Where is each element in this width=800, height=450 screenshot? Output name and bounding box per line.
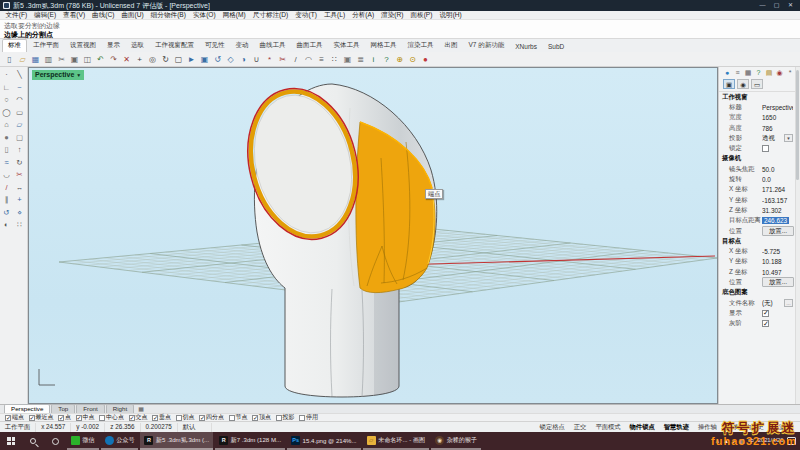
status-toggle[interactable]: 过滤器 xyxy=(768,423,796,432)
osnap-checkbox[interactable] xyxy=(5,415,11,421)
ribbon-tab[interactable]: V7 的新功能 xyxy=(464,40,510,52)
panel-row-value[interactable]: 171.264 xyxy=(762,186,793,193)
viewport-title-menu[interactable]: Perspective ▼ xyxy=(32,70,84,80)
menu-item[interactable]: 变动(T) xyxy=(292,11,321,20)
rotate-tool-icon[interactable]: ↺ xyxy=(0,207,13,220)
split-icon[interactable]: / xyxy=(289,53,302,66)
osnap-checkbox[interactable] xyxy=(99,415,105,421)
panel-camera-icon[interactable]: ◉ xyxy=(737,79,749,89)
taskbar-paint[interactable]: ▱ 未命名环... - 画图 xyxy=(363,432,430,450)
ribbon-tab[interactable]: XNurbs xyxy=(510,42,542,52)
taskbar-monkey-app[interactable]: ◉ 杂糅的猴子 xyxy=(431,432,481,450)
osnap-checkbox[interactable] xyxy=(29,415,35,421)
dropdown-arrow-icon[interactable]: ▼ xyxy=(784,134,793,142)
ribbon-tab[interactable]: 实体工具 xyxy=(329,40,365,52)
osnap-checkbox[interactable] xyxy=(76,415,82,421)
panel-row-value[interactable]: 786 xyxy=(762,125,793,132)
viewport-tab[interactable]: Perspective xyxy=(4,404,50,413)
zoom-icon[interactable]: ◎ xyxy=(146,53,159,66)
ribbon-tab[interactable]: 工作视窗配置 xyxy=(150,40,199,52)
ribbon-tab[interactable]: 工作平面 xyxy=(28,40,64,52)
tray-security-icon[interactable]: ▲ xyxy=(723,432,729,450)
osnap-option[interactable]: 切点 xyxy=(176,413,195,422)
ribbon-tab[interactable]: 曲线工具 xyxy=(255,40,291,52)
panel-row-value[interactable]: 10.497 xyxy=(762,269,793,276)
osnap-option[interactable]: 四分点 xyxy=(199,413,224,422)
undo-icon[interactable]: ↶ xyxy=(94,53,107,66)
osnap-option[interactable]: 点 xyxy=(58,413,71,422)
model-shell[interactable] xyxy=(233,77,437,397)
menu-item[interactable]: 面板(P) xyxy=(407,11,436,20)
sphere-tool-icon[interactable]: ● xyxy=(0,132,13,145)
osnap-checkbox[interactable] xyxy=(176,415,182,421)
rotate-view-icon[interactable]: ↻ xyxy=(159,53,172,66)
menu-item[interactable]: 编辑(E) xyxy=(31,11,60,20)
ribbon-tab[interactable]: 曲面工具 xyxy=(292,40,328,52)
trim-icon[interactable]: ✂ xyxy=(276,53,289,66)
panel-row-value[interactable]: 246.623 xyxy=(762,217,789,224)
menu-item[interactable]: 曲线(C) xyxy=(89,11,118,20)
osnap-checkbox[interactable] xyxy=(299,415,305,421)
tray-network-icon[interactable]: ▥ xyxy=(739,432,745,450)
dropdown-arrow-icon[interactable]: … xyxy=(784,299,793,307)
print-icon[interactable]: ▥ xyxy=(42,53,55,66)
osnap-option[interactable]: 节点 xyxy=(229,413,248,422)
taskbar-official-account[interactable]: 公众号 xyxy=(101,432,139,450)
status-toggle[interactable]: 正交 xyxy=(569,423,591,432)
panel-wallpaper-icon[interactable]: ▭ xyxy=(751,79,763,89)
osnap-checkbox[interactable] xyxy=(229,415,235,421)
pan-icon[interactable]: + xyxy=(133,53,146,66)
move-tool-icon[interactable]: + xyxy=(13,194,26,207)
tray-ime-icon[interactable]: 中 xyxy=(748,432,754,450)
ribbon-tab[interactable]: SubD xyxy=(543,42,569,52)
start-button[interactable] xyxy=(0,432,22,450)
osnap-checkbox[interactable] xyxy=(129,415,135,421)
box-tool-icon[interactable]: ▢ xyxy=(13,132,26,145)
move-icon[interactable]: ► xyxy=(185,53,198,66)
cut-icon[interactable]: ✂ xyxy=(55,53,68,66)
close-button[interactable]: ✕ xyxy=(784,1,797,10)
scale-tool-icon[interactable]: ⋄ xyxy=(13,207,26,220)
offset-icon[interactable]: ≡ xyxy=(315,53,328,66)
clock-date[interactable]: 2021/4/26 xyxy=(758,438,784,444)
osnap-checkbox[interactable] xyxy=(276,415,282,421)
status-toggle[interactable]: 物件锁点 xyxy=(625,423,659,432)
panel-tab-help-icon[interactable]: ? xyxy=(755,69,763,77)
panel-row-value[interactable]: 透视 xyxy=(762,134,784,143)
tray-volume-icon[interactable]: ♪ xyxy=(733,432,736,450)
zoom-extents-icon[interactable]: ▢ xyxy=(172,53,185,66)
scale-icon[interactable]: ◇ xyxy=(224,53,237,66)
maximize-button[interactable]: ▢ xyxy=(770,1,783,10)
panel-checkbox[interactable] xyxy=(762,310,769,317)
taskbar-rhino-file-5[interactable]: R 新5 .3dm虱.3dm (... xyxy=(140,432,213,450)
osnap-option[interactable]: 最近点 xyxy=(29,413,54,422)
point-tool-icon[interactable]: · xyxy=(0,69,13,82)
viewport-tab[interactable]: Right xyxy=(106,404,134,413)
status-toggle[interactable]: 记录建构历史 xyxy=(721,423,768,432)
split-tool-icon[interactable]: / xyxy=(0,182,13,195)
paste-icon[interactable]: ◫ xyxy=(81,53,94,66)
taskbar-photoshop[interactable]: Ps 15.4.png @ 214%... xyxy=(287,432,360,450)
menu-item[interactable]: 工具(L) xyxy=(320,11,348,20)
status-toggle[interactable]: 智慧轨迹 xyxy=(659,423,693,432)
osnap-checkbox[interactable] xyxy=(252,415,258,421)
osnap-option[interactable]: 端点 xyxy=(5,413,24,422)
redo-icon[interactable]: ↷ xyxy=(107,53,120,66)
ribbon-tab[interactable]: 渲染工具 xyxy=(403,40,439,52)
status-toggle[interactable]: 操作轴 xyxy=(693,423,721,432)
panel-tab-materials-icon[interactable]: ◉ xyxy=(776,69,784,77)
viewport-tab[interactable]: Top xyxy=(51,404,75,413)
menu-item[interactable]: 细分物件(B) xyxy=(147,11,189,20)
new-file-icon[interactable]: ▯ xyxy=(3,53,16,66)
taskbar-rhino-file-7[interactable]: R 新7 .3dm (128 M... xyxy=(215,432,285,450)
ribbon-tab[interactable]: 显示 xyxy=(102,40,125,52)
panel-tab-display-icon[interactable]: ▦ xyxy=(744,69,752,77)
ribbon-tab[interactable]: 可见性 xyxy=(200,40,230,52)
panel-row-value[interactable]: (无) xyxy=(762,299,784,308)
osnap-option[interactable]: 中点 xyxy=(76,413,95,422)
panel-row-value[interactable]: 0.0 xyxy=(762,176,793,183)
ellipse-tool-icon[interactable]: ◯ xyxy=(0,107,13,120)
ribbon-tab[interactable]: 选取 xyxy=(126,40,149,52)
surface-tool-icon[interactable]: ▱ xyxy=(13,119,26,132)
fillet-curve-tool-icon[interactable]: ◡ xyxy=(0,169,13,182)
